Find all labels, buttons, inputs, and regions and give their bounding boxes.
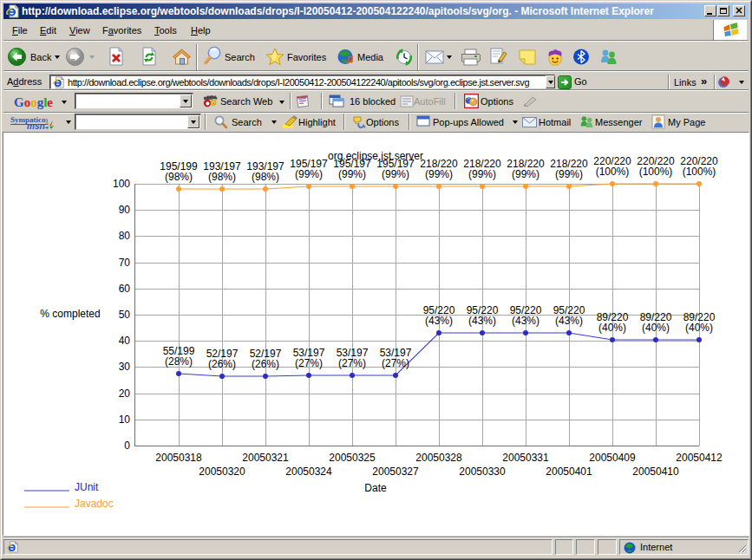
svg-text:(40%): (40%): [642, 322, 670, 334]
svg-text:(40%): (40%): [598, 322, 626, 334]
svg-text:(99%): (99%): [512, 168, 539, 180]
svg-text:(26%): (26%): [208, 358, 236, 370]
svg-text:30: 30: [119, 361, 131, 373]
svg-text:20050409: 20050409: [589, 452, 636, 464]
svg-text:20050318: 20050318: [155, 452, 202, 464]
svg-text:Date: Date: [364, 482, 387, 494]
svg-text:(100%): (100%): [639, 166, 673, 178]
svg-text:20050328: 20050328: [415, 452, 462, 464]
svg-text:20050325: 20050325: [329, 452, 376, 464]
svg-text:(43%): (43%): [555, 315, 583, 327]
svg-text:20050331: 20050331: [502, 452, 549, 464]
svg-text:Javadoc: Javadoc: [75, 498, 114, 510]
svg-text:60: 60: [119, 283, 131, 295]
svg-text:(28%): (28%): [165, 355, 193, 368]
svg-text:40: 40: [119, 335, 131, 347]
svg-text:(26%): (26%): [252, 358, 279, 370]
svg-text:JUnit: JUnit: [75, 481, 99, 493]
svg-text:20050327: 20050327: [372, 466, 419, 478]
svg-text:(40%): (40%): [685, 322, 713, 334]
svg-text:(99%): (99%): [425, 168, 453, 180]
svg-text:(43%): (43%): [512, 315, 539, 327]
svg-text:(27%): (27%): [338, 357, 366, 369]
svg-text:(43%): (43%): [425, 315, 453, 327]
svg-text:(100%): (100%): [596, 166, 630, 178]
svg-text:20050321: 20050321: [242, 452, 289, 464]
svg-text:20050320: 20050320: [199, 466, 245, 478]
svg-text:100: 100: [113, 178, 130, 190]
svg-text:(99%): (99%): [295, 168, 323, 180]
svg-text:(98%): (98%): [165, 171, 193, 183]
svg-text:20050412: 20050412: [676, 452, 723, 464]
svg-text:(99%): (99%): [555, 168, 583, 180]
svg-text:20050401: 20050401: [546, 466, 592, 478]
svg-text:20050410: 20050410: [632, 466, 679, 478]
svg-text:(27%): (27%): [382, 357, 409, 369]
svg-text:80: 80: [119, 230, 131, 242]
svg-text:20050330: 20050330: [459, 466, 506, 478]
svg-text:50: 50: [119, 309, 131, 321]
svg-text:70: 70: [119, 257, 131, 269]
svg-text:(99%): (99%): [338, 168, 366, 180]
svg-text:% completed: % completed: [40, 308, 100, 320]
svg-text:(99%): (99%): [468, 168, 496, 180]
svg-text:(99%): (99%): [382, 168, 409, 180]
svg-text:(98%): (98%): [252, 171, 279, 183]
svg-text:0: 0: [124, 440, 130, 452]
svg-text:20050324: 20050324: [285, 466, 332, 478]
svg-text:(27%): (27%): [295, 357, 323, 369]
svg-text:20: 20: [119, 387, 131, 400]
svg-text:90: 90: [119, 204, 131, 216]
svg-text:(43%): (43%): [468, 315, 496, 327]
svg-text:10: 10: [119, 413, 131, 426]
svg-text:(100%): (100%): [683, 166, 716, 178]
svg-text:(98%): (98%): [208, 171, 236, 183]
